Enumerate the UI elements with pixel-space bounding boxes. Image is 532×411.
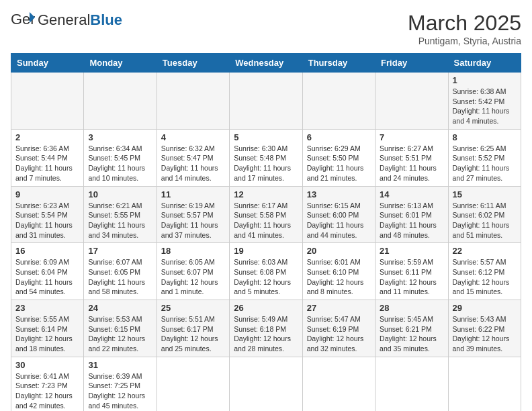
day-number: 28 (380, 303, 443, 313)
col-sunday: Sunday (11, 54, 84, 73)
calendar-cell: 9Sunrise: 6:23 AM Sunset: 5:54 PM Daylig… (11, 186, 84, 243)
calendar-cell: 31Sunrise: 6:39 AM Sunset: 7:25 PM Dayli… (84, 357, 157, 411)
day-info: Sunrise: 5:45 AM Sunset: 6:21 PM Dayligh… (380, 314, 443, 354)
calendar-cell: 1Sunrise: 6:38 AM Sunset: 5:42 PM Daylig… (448, 73, 521, 130)
day-number: 30 (15, 360, 79, 370)
col-tuesday: Tuesday (157, 54, 229, 73)
col-monday: Monday (84, 54, 157, 73)
calendar-cell: 15Sunrise: 6:11 AM Sunset: 6:02 PM Dayli… (448, 186, 521, 243)
calendar-cell: 29Sunrise: 5:43 AM Sunset: 6:22 PM Dayli… (448, 300, 521, 357)
day-number: 24 (88, 303, 152, 313)
day-info: Sunrise: 6:05 AM Sunset: 6:07 PM Dayligh… (161, 257, 225, 297)
day-number: 7 (380, 132, 443, 142)
day-info: Sunrise: 6:23 AM Sunset: 5:54 PM Dayligh… (15, 201, 79, 240)
day-number: 19 (234, 246, 298, 256)
calendar-week-row: 23Sunrise: 5:55 AM Sunset: 6:14 PM Dayli… (11, 300, 521, 357)
calendar-cell: 18Sunrise: 6:05 AM Sunset: 6:07 PM Dayli… (157, 243, 229, 300)
calendar-cell: 2Sunrise: 6:36 AM Sunset: 5:44 PM Daylig… (11, 129, 84, 186)
calendar-cell: 19Sunrise: 6:03 AM Sunset: 6:08 PM Dayli… (230, 243, 302, 300)
calendar-cell: 14Sunrise: 6:13 AM Sunset: 6:01 PM Dayli… (375, 186, 448, 243)
calendar-cell: 6Sunrise: 6:29 AM Sunset: 5:50 PM Daylig… (302, 129, 375, 186)
calendar-cell (448, 357, 521, 411)
calendar-cell: 23Sunrise: 5:55 AM Sunset: 6:14 PM Dayli… (11, 300, 84, 357)
day-info: Sunrise: 5:53 AM Sunset: 6:15 PM Dayligh… (88, 314, 152, 354)
calendar-cell: 12Sunrise: 6:17 AM Sunset: 5:58 PM Dayli… (230, 186, 302, 243)
page-header: General GeneralBlue March 2025 Puntigam,… (11, 11, 521, 46)
day-info: Sunrise: 6:30 AM Sunset: 5:48 PM Dayligh… (234, 144, 298, 183)
day-info: Sunrise: 6:03 AM Sunset: 6:08 PM Dayligh… (234, 257, 298, 297)
day-info: Sunrise: 6:13 AM Sunset: 6:01 PM Dayligh… (380, 201, 443, 240)
day-number: 3 (88, 132, 152, 142)
calendar-week-row: 9Sunrise: 6:23 AM Sunset: 5:54 PM Daylig… (11, 186, 521, 243)
calendar-cell: 5Sunrise: 6:30 AM Sunset: 5:48 PM Daylig… (230, 129, 302, 186)
day-number: 4 (161, 132, 225, 142)
day-info: Sunrise: 6:17 AM Sunset: 5:58 PM Dayligh… (234, 201, 298, 240)
calendar-cell (157, 73, 229, 130)
day-number: 5 (234, 132, 298, 142)
day-number: 9 (15, 189, 79, 199)
calendar-cell: 10Sunrise: 6:21 AM Sunset: 5:55 PM Dayli… (84, 186, 157, 243)
day-info: Sunrise: 6:09 AM Sunset: 6:04 PM Dayligh… (15, 257, 79, 297)
col-friday: Friday (375, 54, 448, 73)
day-number: 2 (15, 132, 79, 142)
calendar-cell: 30Sunrise: 6:41 AM Sunset: 7:23 PM Dayli… (11, 357, 84, 411)
day-info: Sunrise: 6:34 AM Sunset: 5:45 PM Dayligh… (88, 144, 152, 183)
calendar-cell: 7Sunrise: 6:27 AM Sunset: 5:51 PM Daylig… (375, 129, 448, 186)
day-number: 17 (88, 246, 152, 256)
logo: General GeneralBlue (11, 11, 122, 30)
day-info: Sunrise: 6:29 AM Sunset: 5:50 PM Dayligh… (307, 144, 371, 183)
day-info: Sunrise: 6:21 AM Sunset: 5:55 PM Dayligh… (88, 201, 152, 240)
calendar-cell (375, 73, 448, 130)
day-info: Sunrise: 6:07 AM Sunset: 6:05 PM Dayligh… (88, 257, 152, 297)
calendar-cell: 20Sunrise: 6:01 AM Sunset: 6:10 PM Dayli… (302, 243, 375, 300)
day-number: 13 (307, 189, 371, 199)
day-info: Sunrise: 6:39 AM Sunset: 7:25 PM Dayligh… (88, 371, 152, 411)
day-info: Sunrise: 5:59 AM Sunset: 6:11 PM Dayligh… (380, 257, 443, 297)
day-number: 11 (161, 189, 225, 199)
col-wednesday: Wednesday (230, 54, 302, 73)
day-number: 12 (234, 189, 298, 199)
calendar-cell: 24Sunrise: 5:53 AM Sunset: 6:15 PM Dayli… (84, 300, 157, 357)
calendar-cell (157, 357, 229, 411)
calendar-header-row: Sunday Monday Tuesday Wednesday Thursday… (11, 54, 521, 73)
day-info: Sunrise: 6:41 AM Sunset: 7:23 PM Dayligh… (15, 371, 79, 411)
calendar-cell: 27Sunrise: 5:47 AM Sunset: 6:19 PM Dayli… (302, 300, 375, 357)
calendar-cell: 13Sunrise: 6:15 AM Sunset: 6:00 PM Dayli… (302, 186, 375, 243)
day-number: 14 (380, 189, 443, 199)
day-info: Sunrise: 5:43 AM Sunset: 6:22 PM Dayligh… (453, 314, 517, 354)
col-thursday: Thursday (302, 54, 375, 73)
calendar-cell (302, 357, 375, 411)
day-info: Sunrise: 6:11 AM Sunset: 6:02 PM Dayligh… (453, 201, 517, 240)
day-number: 15 (453, 189, 517, 199)
day-number: 29 (453, 303, 517, 313)
day-number: 18 (161, 246, 225, 256)
day-number: 21 (380, 246, 443, 256)
day-number: 8 (453, 132, 517, 142)
day-info: Sunrise: 6:27 AM Sunset: 5:51 PM Dayligh… (380, 144, 443, 183)
day-number: 16 (15, 246, 79, 256)
calendar-cell: 22Sunrise: 5:57 AM Sunset: 6:12 PM Dayli… (448, 243, 521, 300)
calendar-cell: 11Sunrise: 6:19 AM Sunset: 5:57 PM Dayli… (157, 186, 229, 243)
calendar-cell (84, 73, 157, 130)
day-number: 23 (15, 303, 79, 313)
day-number: 26 (234, 303, 298, 313)
day-number: 22 (453, 246, 517, 256)
day-info: Sunrise: 6:25 AM Sunset: 5:52 PM Dayligh… (453, 144, 517, 183)
calendar-week-row: 30Sunrise: 6:41 AM Sunset: 7:23 PM Dayli… (11, 357, 521, 411)
day-number: 6 (307, 132, 371, 142)
calendar-cell (230, 73, 302, 130)
calendar-cell: 28Sunrise: 5:45 AM Sunset: 6:21 PM Dayli… (375, 300, 448, 357)
day-info: Sunrise: 6:15 AM Sunset: 6:00 PM Dayligh… (307, 201, 371, 240)
calendar-cell (302, 73, 375, 130)
col-saturday: Saturday (448, 54, 521, 73)
day-number: 31 (88, 360, 152, 370)
calendar-week-row: 16Sunrise: 6:09 AM Sunset: 6:04 PM Dayli… (11, 243, 521, 300)
calendar-cell: 25Sunrise: 5:51 AM Sunset: 6:17 PM Dayli… (157, 300, 229, 357)
calendar-cell: 8Sunrise: 6:25 AM Sunset: 5:52 PM Daylig… (448, 129, 521, 186)
month-title: March 2025 (408, 11, 521, 36)
day-info: Sunrise: 6:38 AM Sunset: 5:42 PM Dayligh… (453, 87, 517, 126)
day-number: 20 (307, 246, 371, 256)
calendar-table: Sunday Monday Tuesday Wednesday Thursday… (11, 53, 521, 411)
logo-icon: General (11, 11, 35, 30)
day-number: 1 (453, 75, 517, 85)
